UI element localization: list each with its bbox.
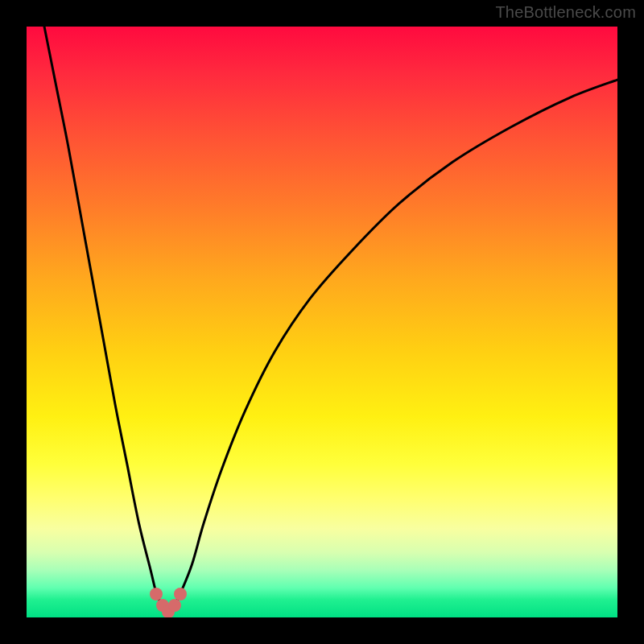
min-marker-dot	[150, 588, 163, 601]
min-marker-dot	[168, 599, 181, 612]
min-marker-dot	[174, 588, 187, 601]
minimum-markers	[27, 27, 617, 617]
watermark-text: TheBottleneck.com	[495, 3, 636, 22]
chart-frame: TheBottleneck.com	[0, 0, 644, 644]
plot-area	[27, 27, 617, 617]
